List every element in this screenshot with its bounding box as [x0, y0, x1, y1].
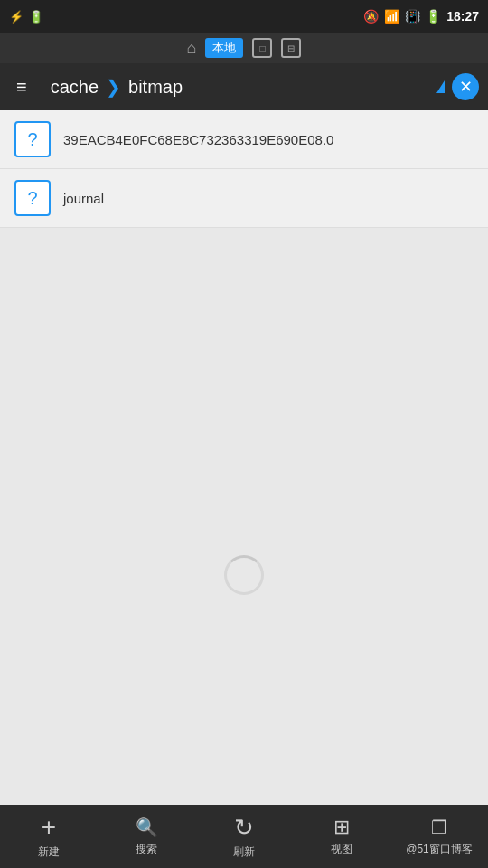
window-icon — [431, 816, 447, 839]
home-icon: ⌂ — [187, 39, 197, 58]
battery-icon: 🔋 — [426, 9, 441, 24]
status-bar: ⚡ 🔋 🔕 📶 📳 🔋 18:27 — [0, 0, 488, 33]
close-button[interactable]: ✕ — [452, 73, 479, 100]
mute-icon: 🔕 — [363, 9, 379, 24]
file-icon: ? — [14, 180, 51, 216]
refresh-icon — [234, 814, 254, 842]
signal-strength-icon — [436, 80, 445, 93]
file-icon: ? — [14, 121, 51, 157]
plus-icon — [42, 813, 56, 842]
wifi-icon: 📶 — [384, 9, 399, 24]
nav-new-label: 新建 — [38, 844, 60, 860]
header-title-cache: cache — [42, 77, 99, 98]
loading-indicator — [224, 555, 264, 595]
signal-icon: 📳 — [405, 9, 420, 24]
unknown-file-icon: ? — [27, 188, 37, 209]
nav-search-button[interactable]: 搜索 — [98, 816, 195, 857]
nav-window-label: @51窗口博客 — [406, 842, 473, 857]
status-left: ⚡ 🔋 — [9, 10, 43, 24]
network-bar: ⌂ 本地 □ ⊟ — [0, 33, 488, 63]
device-icon[interactable]: □ — [252, 38, 272, 58]
file-name: 39EACB4E0FC68E8C732363319E690E08.0 — [63, 132, 333, 147]
nav-window-button[interactable]: @51窗口博客 — [390, 816, 488, 857]
time-display: 18:27 — [446, 9, 479, 24]
app-header: ≡ cache ❯ bitmap ✕ — [0, 63, 488, 110]
main-content — [0, 228, 488, 868]
usb-icon: ⚡ — [9, 10, 23, 24]
menu-button[interactable]: ≡ — [9, 73, 34, 101]
nav-view-button[interactable]: 视图 — [293, 816, 390, 857]
file-list: ? 39EACB4E0FC68E8C732363319E690E08.0 ? j… — [0, 110, 488, 228]
nav-refresh-button[interactable]: 刷新 — [195, 814, 293, 860]
bottom-nav: 新建 搜索 刷新 视图 @51窗口博客 — [0, 805, 488, 868]
list-item[interactable]: ? 39EACB4E0FC68E8C732363319E690E08.0 — [0, 110, 488, 169]
unknown-file-icon: ? — [27, 129, 37, 150]
nav-refresh-label: 刷新 — [233, 844, 255, 860]
search-icon — [136, 816, 158, 839]
battery-num-icon: 🔋 — [29, 10, 43, 24]
list-item[interactable]: ? journal — [0, 169, 488, 228]
remote-icon[interactable]: ⊟ — [281, 38, 301, 58]
header-title-bitmap: bitmap — [128, 77, 429, 98]
nav-search-label: 搜索 — [136, 842, 157, 857]
breadcrumb-arrow-icon: ❯ — [106, 76, 121, 98]
local-button[interactable]: 本地 — [205, 38, 243, 58]
grid-icon — [333, 816, 350, 839]
file-name: journal — [63, 191, 104, 206]
nav-view-label: 视图 — [331, 842, 352, 857]
nav-new-button[interactable]: 新建 — [0, 813, 98, 860]
status-right: 🔕 📶 📳 🔋 18:27 — [363, 9, 479, 24]
